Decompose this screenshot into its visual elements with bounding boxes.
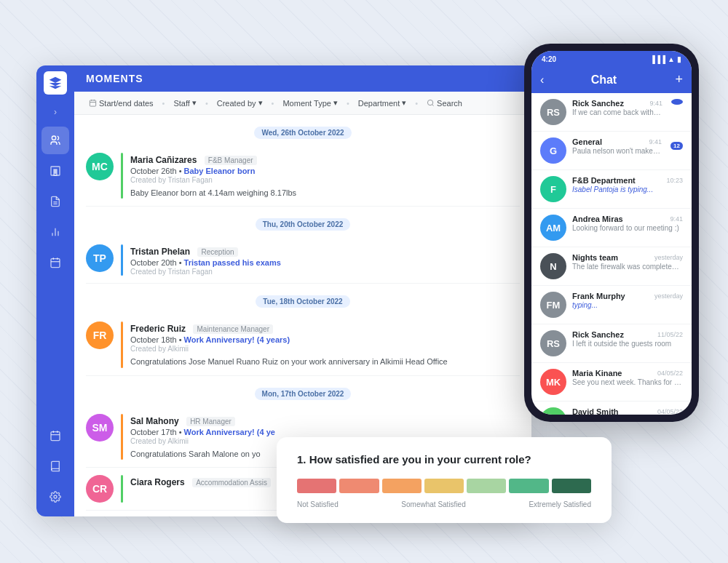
chat-time: 9:41 xyxy=(649,138,662,145)
sidebar-item-calendar[interactable] xyxy=(41,249,69,276)
chat-preview: Paula nelson won't make it after all. xyxy=(572,147,662,155)
sidebar-collapse-btn[interactable]: › xyxy=(47,103,64,121)
chat-time: yesterday xyxy=(654,292,683,300)
chat-item-andrea[interactable]: AM Andrea Miras 9:41 Looking forward to … xyxy=(531,209,692,247)
sidebar-item-document[interactable] xyxy=(41,188,69,215)
chat-preview: typing... xyxy=(572,301,683,309)
filter-created-btn[interactable]: Created by ▾ xyxy=(214,97,266,109)
avatar: CR xyxy=(86,475,114,503)
moment-event-link[interactable]: Baby Eleanor born xyxy=(184,167,256,175)
scale-segment-6[interactable] xyxy=(509,479,548,493)
svg-line-21 xyxy=(432,105,434,106)
chat-item-body: Rick Sanchez 11/05/22 I left it outside … xyxy=(572,330,683,348)
moment-card-tristan: TP Tristan Phelan Reception October 20th… xyxy=(86,237,520,284)
chat-time: yesterday xyxy=(654,254,683,261)
chat-preview: Looking forward to our meeting :) xyxy=(572,224,683,232)
chat-item-nights[interactable]: N Nights team yesterday The late firewal… xyxy=(531,247,692,286)
svg-rect-7 xyxy=(51,259,60,268)
scale-segment-7[interactable] xyxy=(552,479,591,493)
sidebar-item-book[interactable] xyxy=(41,452,69,480)
avatar: TP xyxy=(86,244,114,272)
scale-segment-3[interactable] xyxy=(382,479,422,493)
chat-item-frank[interactable]: FM Frank Murphy yesterday typing... xyxy=(531,286,692,324)
moment-role: HR Manager xyxy=(186,417,235,426)
moment-text: Congratulations Jose Manuel Ruano Ruiz o… xyxy=(130,356,520,367)
date-label-3: Tue, 18th October 2022 xyxy=(256,295,349,308)
scale-segment-4[interactable] xyxy=(424,479,464,493)
moment-event-link[interactable]: Work Anniversary! (4 years) xyxy=(184,335,290,344)
chat-item-fb[interactable]: F F&B Department 10:23 Isabel Pantoja is… xyxy=(531,170,692,209)
avatar: SM xyxy=(86,414,114,442)
signal-icon: ▐▐▐ xyxy=(650,55,665,63)
chat-time: 10:23 xyxy=(666,177,683,184)
filter-moment-type-btn[interactable]: Moment Type ▾ xyxy=(280,97,340,109)
chat-item-maria[interactable]: MK Maria Kinane 04/05/22 See you next we… xyxy=(531,363,692,402)
filter-dates-btn[interactable]: Start/end dates xyxy=(86,97,157,109)
avatar: AM xyxy=(540,215,566,241)
date-label-2: Thu, 20th October 2022 xyxy=(256,218,351,231)
moment-event: October 18th • Work Anniversary! (4 year… xyxy=(130,335,520,344)
moment-name: Frederic Ruiz xyxy=(130,324,186,334)
date-group-4: Mon, 17th October 2022 xyxy=(86,386,520,399)
app-header-title: MOMENTS xyxy=(86,73,143,84)
chat-list: RS Rick Sanchez 9:41 If we can come back… xyxy=(531,93,692,415)
avatar: DS xyxy=(540,407,566,415)
moment-body: Frederic Ruiz Maintenance Manager Octobe… xyxy=(130,322,520,367)
filter-created-label: Created by xyxy=(217,99,256,108)
moment-created: Created by Alkimii xyxy=(130,345,520,353)
chat-time: 04/05/22 xyxy=(657,408,683,415)
moment-name: Ciara Rogers xyxy=(130,477,185,487)
sidebar-item-chart[interactable] xyxy=(41,218,69,246)
moment-event: October 26th • Baby Eleanor born xyxy=(130,167,520,175)
avatar: RS xyxy=(540,99,566,125)
phone-header-title: Chat xyxy=(538,73,669,87)
chevron-down-icon: ▾ xyxy=(192,98,197,108)
chat-item-david[interactable]: DS David Smith 04/05/22 Look at the comm… xyxy=(531,402,692,415)
chat-item-rick1[interactable]: RS Rick Sanchez 9:41 If we can come back… xyxy=(531,93,692,132)
phone-add-btn[interactable]: + xyxy=(675,72,683,87)
filter-search-btn[interactable]: Search xyxy=(424,97,465,109)
date-group-3: Tue, 18th October 2022 xyxy=(86,294,520,307)
chat-name: General xyxy=(572,137,602,146)
filter-department-btn[interactable]: Department ▾ xyxy=(355,97,409,109)
moment-created: Created by Tristan Fagan xyxy=(130,176,520,184)
chat-item-general[interactable]: G General 9:41 Paula nelson won't make i… xyxy=(531,132,692,170)
moment-bar xyxy=(121,322,123,367)
moment-name: Tristan Phelan xyxy=(130,247,190,257)
chat-item-rick2[interactable]: RS Rick Sanchez 11/05/22 I left it outsi… xyxy=(531,324,692,363)
moment-card-frederic: FR Frederic Ruiz Maintenance Manager Oct… xyxy=(86,314,520,375)
sidebar-item-building[interactable] xyxy=(41,157,69,185)
chat-preview: If we can come back with a new time for … xyxy=(572,108,662,116)
chevron-down-icon: ▾ xyxy=(402,98,406,108)
scale-segment-2[interactable] xyxy=(339,479,379,493)
moment-bar xyxy=(121,414,123,460)
chat-preview: See you next week. Thanks for everything… xyxy=(572,378,683,386)
svg-point-20 xyxy=(427,100,432,105)
sidebar-item-settings[interactable] xyxy=(41,483,69,511)
sidebar: › xyxy=(36,65,74,516)
scale-segment-5[interactable] xyxy=(467,479,506,493)
chat-preview: Isabel Pantoja is typing... xyxy=(572,185,683,193)
chat-name: Rick Sanchez xyxy=(572,99,624,108)
moment-role: Reception xyxy=(197,247,237,257)
moment-role: Maintenance Manager xyxy=(193,324,273,334)
survey-label-right: Extremely Satisfied xyxy=(529,500,591,508)
chat-name: Rick Sanchez xyxy=(572,330,624,339)
survey-modal: 1. How satisfied are you in your current… xyxy=(277,437,612,523)
avatar: FM xyxy=(540,292,566,318)
chat-item-body: General 9:41 Paula nelson won't make it … xyxy=(572,137,662,155)
moment-event: October 20th • Tristan passed his exams xyxy=(130,258,520,267)
moment-role: F&B Manager xyxy=(205,156,257,165)
avatar: F xyxy=(540,176,566,202)
moment-event-link[interactable]: Work Anniversary! (4 ye xyxy=(184,428,275,436)
sidebar-item-calendar2[interactable] xyxy=(41,422,69,450)
moment-created: Created by Tristan Fagan xyxy=(130,268,520,276)
moment-event-link[interactable]: Tristan passed his exams xyxy=(184,258,281,267)
svg-point-0 xyxy=(52,136,55,140)
scale-segment-1[interactable] xyxy=(297,479,336,493)
sidebar-item-people[interactable] xyxy=(41,127,69,154)
filter-staff-btn[interactable]: Staff ▾ xyxy=(170,97,199,109)
phone-time: 4:20 xyxy=(542,55,556,63)
date-label-4: Mon, 17th October 2022 xyxy=(255,388,352,400)
chat-name: Frank Murphy xyxy=(572,292,625,300)
